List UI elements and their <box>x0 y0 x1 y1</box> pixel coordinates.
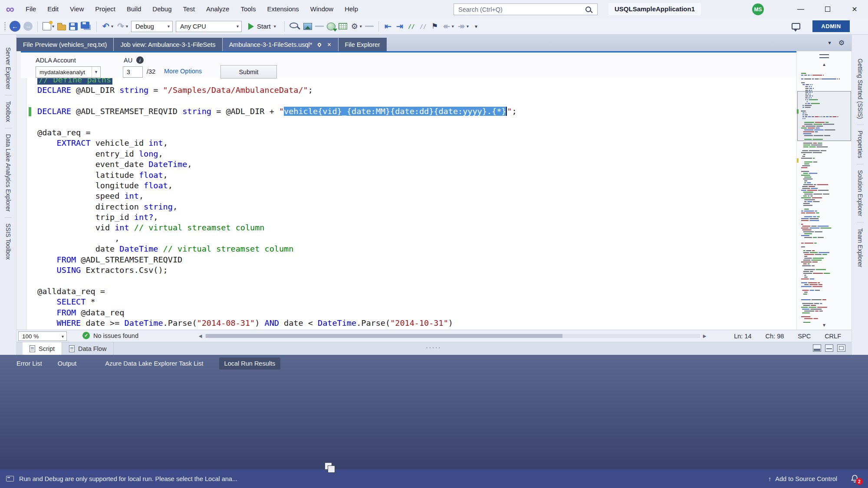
more-options-link[interactable]: More Options <box>164 68 202 75</box>
menu-view[interactable]: View <box>64 0 89 18</box>
submit-button[interactable]: Submit <box>220 65 277 79</box>
sidebar-tab-getting-started-ssis[interactable]: Getting Started (SSIS) <box>857 53 864 124</box>
new-file-icon[interactable] <box>43 22 51 30</box>
export-grid-icon[interactable] <box>339 23 347 29</box>
au-input[interactable] <box>123 66 143 78</box>
line-ending-indicator[interactable]: CRLF <box>825 333 841 340</box>
disabled-tool-icon-1[interactable] <box>315 26 324 27</box>
search-input[interactable] <box>454 6 585 13</box>
pin-icon[interactable] <box>317 42 322 47</box>
menu-project[interactable]: Project <box>89 0 121 18</box>
scroll-right-icon[interactable]: ▶ <box>701 334 708 338</box>
solution-config-select[interactable]: Debug▾ <box>131 21 173 32</box>
menu-test[interactable]: Test <box>178 0 201 18</box>
sidebar-tab-solution-explorer[interactable]: Solution Explorer <box>857 164 864 222</box>
panel-tab-output[interactable]: Output <box>58 360 77 367</box>
spaces-indicator[interactable]: SPC <box>798 333 811 340</box>
zoom-select[interactable]: 100 % ▾ <box>18 331 67 341</box>
chevron-down-icon[interactable]: ▾ <box>274 24 276 29</box>
feedback-icon[interactable] <box>792 23 800 29</box>
chevron-down-icon[interactable]: ▼ <box>92 67 100 77</box>
menu-edit[interactable]: Edit <box>42 0 64 18</box>
scrollbar-track[interactable] <box>205 334 700 338</box>
chevron-down-icon[interactable]: ▾ <box>126 24 128 29</box>
code-editor[interactable]: // Define pathsDECLARE @ADL_DIR string =… <box>16 51 852 330</box>
tab-file-preview-vehicles-req-txt[interactable]: File Preview (vehicles_req.txt) <box>16 38 113 51</box>
editor-splitter-grip[interactable] <box>819 54 829 58</box>
admin-button[interactable]: ADMIN <box>812 20 850 32</box>
panel-tab-local-run-results[interactable]: Local Run Results <box>219 357 281 370</box>
sidebar-tab-team-explorer[interactable]: Team Explorer <box>857 222 864 273</box>
sidebar-tab-ssis-toolbox[interactable]: SSIS Toolbox <box>5 217 12 265</box>
splitter-dots-handle[interactable]: ••••• <box>426 346 442 350</box>
uncomment-lines-icon[interactable]: // <box>419 21 427 32</box>
chevron-down-icon[interactable]: ▾ <box>111 24 113 29</box>
undo-icon[interactable]: ↶ <box>102 21 110 32</box>
save-all-icon[interactable] <box>81 22 89 29</box>
chevron-down-icon[interactable]: ▾ <box>237 24 239 29</box>
open-file-icon[interactable] <box>57 25 66 30</box>
chevron-down-icon[interactable]: ▾ <box>52 24 54 29</box>
chevron-down-icon[interactable]: ▾ <box>467 24 469 29</box>
chevron-down-icon[interactable]: ▾ <box>62 334 64 339</box>
next-bookmark-icon[interactable]: ↠ <box>457 21 466 32</box>
tab-file-explorer[interactable]: File Explorer <box>339 38 387 51</box>
close-icon[interactable]: ✕ <box>327 42 331 48</box>
minimap-viewport[interactable] <box>797 91 851 141</box>
publish-icon[interactable] <box>327 23 335 30</box>
sidebar-tab-data-lake-analytics-explorer[interactable]: Data Lake Analytics Explorer <box>5 128 12 217</box>
redo-icon[interactable]: ↷ <box>116 21 125 32</box>
dock-panel-icon[interactable] <box>813 344 821 352</box>
notifications-bell[interactable]: 2 <box>850 474 859 483</box>
disabled-tool-icon-2[interactable] <box>365 26 374 27</box>
menu-analyze[interactable]: Analyze <box>201 0 235 18</box>
previous-bookmark-icon[interactable]: ↞ <box>442 21 451 32</box>
maximize-button[interactable] <box>814 0 841 18</box>
code-area[interactable]: // Define pathsDECLARE @ADL_DIR string =… <box>27 75 796 330</box>
view-tab-data-flow[interactable]: Data Flow <box>62 342 114 355</box>
indent-increase-icon[interactable]: ⇥ <box>395 21 404 32</box>
avatar[interactable]: MS <box>752 3 764 15</box>
preview-data-icon[interactable] <box>303 23 312 30</box>
menu-debug[interactable]: Debug <box>147 0 177 18</box>
panel-tab-azure-data-lake-explorer-task-list[interactable]: Azure Data Lake Explorer Task List <box>105 360 203 367</box>
sidebar-tab-properties[interactable]: Properties <box>857 124 864 164</box>
minimize-panel-icon[interactable] <box>825 344 833 352</box>
sidebar-tab-toolbox[interactable]: Toolbox <box>5 95 12 128</box>
toolbar-overflow-icon[interactable]: ▾ <box>472 21 480 32</box>
scroll-down-icon[interactable]: ▼ <box>822 323 826 328</box>
minimize-button[interactable]: — <box>787 0 814 18</box>
save-icon[interactable] <box>69 23 78 30</box>
chevron-down-icon[interactable]: ▾ <box>168 24 170 29</box>
panel-tab-error-list[interactable]: Error List <box>16 360 42 367</box>
scroll-left-icon[interactable]: ◀ <box>197 334 204 338</box>
issues-indicator[interactable]: ✓ No issues found <box>82 332 138 339</box>
notification-badge[interactable]: 2 <box>856 478 863 485</box>
menu-extensions[interactable]: Extensions <box>261 0 304 18</box>
navigate-forward-icon[interactable]: → <box>23 22 33 31</box>
minimap-scrollbar[interactable]: ▲ ▼ <box>796 51 852 330</box>
adla-account-select[interactable]: mydatalakeanalyt ▼ <box>36 66 101 78</box>
scroll-up-icon[interactable]: ▲ <box>822 62 826 67</box>
tab-job-view-ambulance-3-1-filesets[interactable]: Job view: Ambulance-3-1-FileSets <box>114 38 222 51</box>
menu-file[interactable]: File <box>20 0 42 18</box>
toolbar-grip[interactable] <box>3 22 7 31</box>
menu-tools[interactable]: Tools <box>235 0 261 18</box>
sidebar-tab-server-explorer[interactable]: Server Explorer <box>5 42 12 95</box>
add-to-source-control[interactable]: ↑ Add to Source Control <box>768 475 837 482</box>
close-button[interactable]: ✕ <box>841 0 868 18</box>
indent-decrease-icon[interactable]: ⇤ <box>384 21 392 32</box>
bookmark-icon[interactable]: ⚑ <box>431 21 439 32</box>
menu-help[interactable]: Help <box>339 0 364 18</box>
restore-panel-icon[interactable] <box>837 344 845 352</box>
tab-list-chevron-icon[interactable]: ▾ <box>828 39 831 46</box>
info-icon[interactable]: i <box>136 56 144 64</box>
menu-build[interactable]: Build <box>121 0 147 18</box>
settings-gear-icon[interactable]: ⚙ <box>350 21 359 32</box>
solution-platform-select[interactable]: Any CPU▾ <box>176 21 242 32</box>
view-tab-script[interactable]: Script <box>23 342 62 355</box>
navigate-back-icon[interactable]: ← <box>10 21 20 32</box>
tab-ambulance-3-1-filesets-usql[interactable]: Ambulance-3-1-FileSets.usql*✕ <box>223 38 338 51</box>
comment-lines-icon[interactable]: // <box>407 21 416 32</box>
horizontal-scrollbar[interactable]: ◀ ▶ <box>197 332 708 340</box>
